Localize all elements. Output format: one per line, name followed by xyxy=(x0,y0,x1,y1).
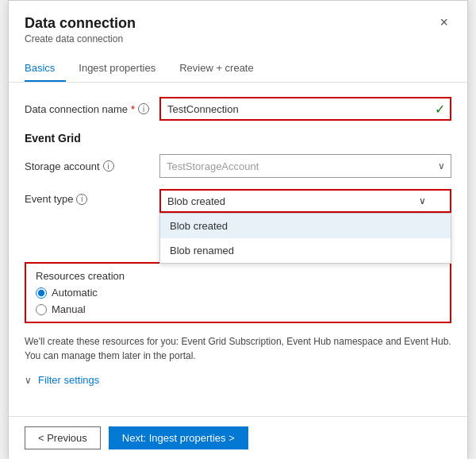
event-type-value: Blob created xyxy=(167,195,225,207)
event-type-option-blob-renamed[interactable]: Blob renamed xyxy=(160,238,451,263)
dialog-header: Data connection Create data connection × xyxy=(9,1,467,52)
next-button[interactable]: Next: Ingest properties > xyxy=(109,426,248,449)
dialog-body: Data connection name * i ✓ Event Grid St… xyxy=(9,83,467,416)
event-type-option-blob-created[interactable]: Blob created xyxy=(160,214,451,238)
event-type-info-icon: i xyxy=(76,194,87,205)
data-connection-name-input[interactable] xyxy=(159,97,451,121)
event-type-label: Event type i xyxy=(25,189,159,205)
dialog-footer: < Previous Next: Ingest properties > xyxy=(9,416,467,459)
tab-bar: Basics Ingest properties Review + create xyxy=(9,56,467,83)
event-type-field[interactable]: Blob created ∨ xyxy=(159,189,451,213)
event-type-dropdown: Blob created Blob renamed xyxy=(159,213,451,264)
radio-manual-input[interactable] xyxy=(36,304,47,315)
radio-group: Automatic Manual xyxy=(36,287,440,315)
storage-account-field[interactable]: TestStorageAccount xyxy=(159,154,451,178)
event-type-select-wrapper: Blob created ∨ Blob created Blob renamed xyxy=(159,189,451,213)
required-star: * xyxy=(131,103,135,115)
radio-automatic-input[interactable] xyxy=(36,287,47,299)
filter-settings-chevron-icon: ∨ xyxy=(25,375,32,386)
resources-creation-box: Resources creation Automatic Manual xyxy=(25,262,451,323)
tab-ingest-properties[interactable]: Ingest properties xyxy=(79,56,167,82)
resources-creation-label: Resources creation xyxy=(36,270,440,282)
tab-basics[interactable]: Basics xyxy=(25,56,66,82)
event-type-chevron-icon: ∨ xyxy=(419,195,426,206)
close-button[interactable]: × xyxy=(436,15,451,29)
radio-manual[interactable]: Manual xyxy=(36,303,440,315)
data-connection-name-info-icon: i xyxy=(138,103,149,114)
dialog-title: Data connection xyxy=(25,15,136,32)
radio-automatic-label: Automatic xyxy=(52,287,98,299)
data-connection-name-input-wrapper: ✓ xyxy=(159,97,451,121)
filter-settings-row[interactable]: ∨ Filter settings xyxy=(25,374,451,386)
header-text: Data connection Create data connection xyxy=(25,15,136,44)
valid-check-icon: ✓ xyxy=(435,102,445,117)
storage-account-row: Storage account i TestStorageAccount ∨ xyxy=(25,154,451,178)
data-connection-name-row: Data connection name * i ✓ xyxy=(25,97,451,121)
resources-creation-section: Resources creation Automatic Manual xyxy=(25,262,451,323)
previous-button[interactable]: < Previous xyxy=(25,426,101,449)
dialog-subtitle: Create data connection xyxy=(25,33,136,44)
storage-account-info-icon: i xyxy=(103,160,114,172)
storage-account-value: TestStorageAccount xyxy=(167,160,259,172)
event-grid-section-title: Event Grid xyxy=(25,132,451,145)
storage-account-select-wrapper: TestStorageAccount ∨ xyxy=(159,154,451,178)
filter-settings-label: Filter settings xyxy=(38,374,99,386)
event-type-row: Event type i Blob created ∨ Blob created… xyxy=(25,189,451,213)
data-connection-dialog: Data connection Create data connection ×… xyxy=(8,0,468,459)
radio-automatic[interactable]: Automatic xyxy=(36,287,440,299)
info-text: We'll create these resources for you: Ev… xyxy=(25,334,451,363)
data-connection-name-label: Data connection name * i xyxy=(25,103,159,115)
tab-review-create[interactable]: Review + create xyxy=(179,56,265,82)
storage-account-label: Storage account i xyxy=(25,160,159,172)
radio-manual-label: Manual xyxy=(52,303,86,315)
